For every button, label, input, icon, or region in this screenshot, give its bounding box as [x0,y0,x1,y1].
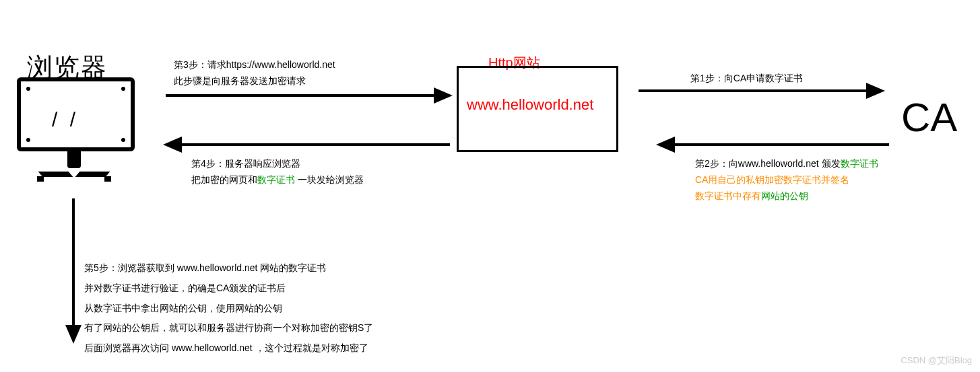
step5-line1: 第5步：浏览器获取到 www.helloworld.net 网站的数字证书 [84,260,373,276]
step4-line1: 第4步：服务器响应浏览器 [191,156,364,172]
step5-line4: 有了网站的公钥后，就可以和服务器进行协商一个对称加密的密钥S了 [84,320,373,336]
step4-text: 第4步：服务器响应浏览器 把加密的网页和数字证书 一块发给浏览器 [191,156,364,188]
arrow-step5-head [65,325,81,344]
website-url: www.helloworld.net [467,96,593,114]
step1-text: 第1步：向CA申请数字证书 [690,71,803,87]
arrow-step2-head [656,137,675,153]
browser-icon: / / [17,77,135,151]
watermark: CSDN @艾阳Blog [901,355,972,367]
arrow-step2 [674,143,889,146]
step2-line2: CA用自己的私钥加密数字证书并签名 [695,172,878,188]
arrow-step3 [166,94,435,97]
step2-text: 第2步：向www.helloworld.net 颁发数字证书 CA用自己的私钥加… [695,156,878,204]
arrow-step3-head [434,87,453,104]
step5-text: 第5步：浏览器获取到 www.helloworld.net 网站的数字证书 并对… [84,260,373,361]
arrow-step1 [639,89,868,92]
step2-line1: 第2步：向www.helloworld.net 颁发数字证书 [695,156,878,172]
ca-label: CA [901,94,957,141]
step5-line5: 后面浏览器再次访问 www.helloworld.net ，这个过程就是对称加密… [84,340,373,357]
step3-line1: 第3步：请求https://www.helloworld.net [174,57,335,73]
monitor-foot-r [104,176,111,182]
monitor-stand [67,151,81,168]
step4-line2: 把加密的网页和数字证书 一块发给浏览器 [191,172,364,188]
step3-text: 第3步：请求https://www.helloworld.net 此步骤是向服务… [174,57,335,89]
monitor-foot-l [37,176,44,182]
step3-line2: 此步骤是向服务器发送加密请求 [174,73,335,89]
arrow-step1-head [866,83,885,99]
step5-line3: 从数字证书中拿出网站的公钥，使用网站的公钥 [84,301,373,317]
website-box: www.helloworld.net [457,66,618,152]
step2-line3: 数字证书中存有网站的公钥 [695,188,878,204]
arrow-step5 [72,198,75,326]
arrow-step4 [181,143,450,146]
step5-line2: 并对数字证书进行验证，的确是CA颁发的证书后 [84,281,373,297]
arrow-step4-head [163,137,182,153]
